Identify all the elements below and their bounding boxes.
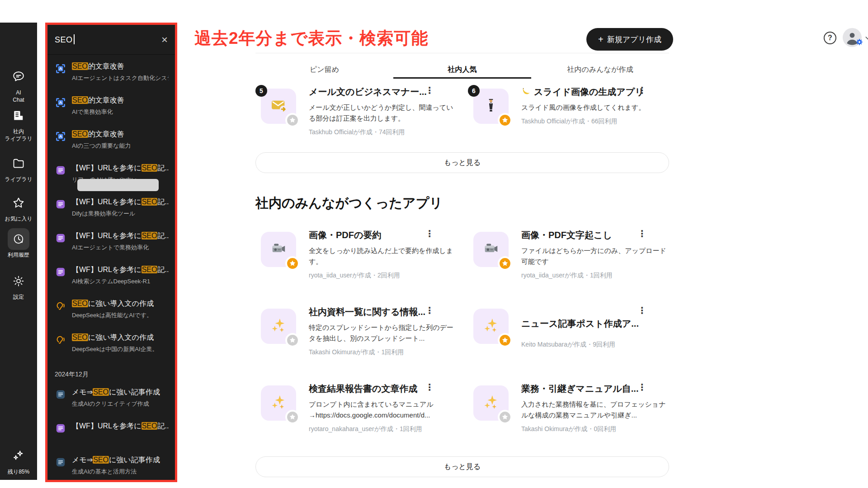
divider: [255, 53, 669, 53]
result-title: 【WF】URLを参考にSEO記...: [72, 265, 169, 275]
tab-社内人気[interactable]: 社内人気: [393, 62, 531, 79]
search-result-item[interactable]: 【WF】URLを参考にSEO記...AI検索システムDeepSeek-R1: [47, 263, 175, 296]
app-card[interactable]: 画像・PDFの要約全文をしっかり読み込んだ上で要約を作成します。ryota_ii…: [255, 228, 457, 282]
favorite-star-badge[interactable]: [498, 410, 512, 424]
app-title-text: メール文のビジネスマナー...: [309, 86, 427, 98]
sidebar-item-library-folder[interactable]: ライブラリ: [0, 153, 37, 183]
app-card[interactable]: 5メール文のビジネスマナー...メール文が正しいかどうか判定し、間違っている部分…: [255, 85, 457, 138]
app-title-text: スライド画像の生成アプリ: [534, 86, 644, 98]
sidebar-item-company-library[interactable]: 社内 ライブラリ: [0, 105, 37, 142]
create-app-button[interactable]: + 新規アプリ作成: [586, 28, 673, 51]
plus-icon: +: [598, 34, 604, 45]
help-icon[interactable]: ?: [824, 32, 836, 44]
search-result-item[interactable]: ASEO的文章改善AIの三つの重要な能力: [47, 127, 175, 161]
translate-icon: A: [55, 63, 66, 75]
app-meta: ryotaro_nakahara_userが作成・1回利用: [309, 425, 454, 433]
kebab-menu-icon[interactable]: ⋮: [425, 383, 434, 392]
banana-icon: [521, 86, 531, 98]
app-meta: Takashi Okimuraが作成・0回利用: [521, 425, 667, 433]
result-subtitle: AIの三つの重要な能力: [72, 142, 131, 150]
result-subtitle: AIエージェントで業務効率化: [72, 244, 169, 252]
result-subtitle: 生成AIの基本と活用方法: [72, 468, 160, 476]
kebab-menu-icon[interactable]: ⋮: [637, 306, 646, 315]
result-subtitle: AI検索システムDeepSeek-R1: [72, 277, 169, 286]
more-popular-button[interactable]: もっと見る: [255, 152, 669, 173]
sidebar-item-label: お気に入り: [5, 216, 33, 223]
app-card[interactable]: 画像・PDF文字起こしファイルはどちらか一方にのみ、アップロード可能ですryot…: [468, 228, 669, 282]
favorite-star-badge[interactable]: [285, 333, 300, 347]
mail-send-icon: [269, 96, 288, 116]
result-subtitle: Difyは業務効率化ツール: [72, 210, 169, 218]
app-meta: Taskhub Officialが作成・74回利用: [309, 128, 454, 136]
result-subtitle: AIで業務効率化: [72, 108, 124, 116]
app-card[interactable]: 6スライド画像の生成アプリスライド風の画像を作成してくれます。Taskhub O…: [468, 85, 669, 138]
sidebar-item-favorites-star[interactable]: お気に入り: [0, 192, 37, 223]
doc-purple-icon: [55, 198, 66, 210]
search-result-item[interactable]: メモ⇒SEOに強い記事作成生成AIのクリエイティブ作成: [47, 385, 175, 419]
sidebar-item-label: ライブラリ: [5, 176, 32, 183]
search-result-item[interactable]: 【WF】URLを参考にSEO記...リフ、のAIは使いやすい: [47, 161, 175, 195]
search-result-item[interactable]: ASEO的文章改善AIで業務効率化: [47, 93, 175, 127]
search-result-item[interactable]: 【WF】URLを参考にSEO記...AIエージェントで業務効率化: [47, 229, 175, 263]
more-everyone-button[interactable]: もっと見る: [255, 456, 669, 477]
result-subtitle: AIエージェントはタスク自動化システ…: [72, 74, 169, 82]
favorite-star-badge[interactable]: [285, 256, 300, 271]
sidebar-item-ai-chat[interactable]: AI Chat: [0, 66, 37, 103]
search-result-item[interactable]: ASEO的文章改善AIエージェントはタスク自動化システ…: [47, 59, 175, 93]
search-result-item[interactable]: メモ⇒SEOに強い記事作成生成AIの基本と活用方法: [47, 453, 175, 482]
search-result-item[interactable]: 【WF】URLを参考にSEO記...: [47, 419, 175, 453]
app-card[interactable]: 検査結果報告書の文章作成プロンプト内に含まれているマニュアル →https://…: [255, 382, 457, 435]
usage-remaining[interactable]: 残り85%: [0, 445, 37, 476]
close-icon[interactable]: ×: [161, 34, 168, 45]
sidebar-item-settings-gear[interactable]: 設定: [0, 270, 37, 301]
result-title: 【WF】URLを参考にSEO記...: [72, 422, 169, 431]
app-title-text: ニュース記事ポスト作成ア...: [521, 318, 639, 330]
company-library-icon: [8, 105, 29, 127]
kebab-menu-icon[interactable]: ⋮: [425, 229, 434, 238]
sidebar-item-label: AI Chat: [13, 89, 24, 103]
translate-icon: A: [55, 131, 66, 142]
search-input[interactable]: SEO: [55, 34, 75, 45]
doc-navy-icon: [55, 389, 66, 400]
app-card[interactable]: ニュース記事ポスト作成ア...Keito Matsubaraが作成・9回利用⋮: [468, 305, 669, 358]
doc-navy-icon: [55, 456, 66, 468]
app-title-text: 社内資料一覧に関する情報...: [309, 306, 425, 318]
chevron-down-icon[interactable]: [864, 34, 868, 43]
favorite-star-badge[interactable]: [498, 113, 512, 127]
section-title: 社内のみんながつくったアプリ: [255, 194, 443, 212]
avatar[interactable]: [843, 28, 862, 47]
gear-badge-icon: [856, 38, 863, 47]
business-person-icon: [483, 97, 499, 115]
search-result-item[interactable]: SEOに強い導入文の作成DeepSeekは中国の新興AI企業。: [47, 330, 175, 364]
sidebar-item-history-clock[interactable]: 利用履歴: [0, 228, 37, 259]
kebab-menu-icon[interactable]: ⋮: [425, 86, 434, 95]
kebab-menu-icon[interactable]: ⋮: [637, 86, 646, 95]
search-result-item[interactable]: SEOに強い導入文の作成DeepSeekは高性能なAIです。: [47, 296, 175, 330]
app-card[interactable]: 社内資料一覧に関する情報...特定のスプレッドシートから指定した列のデータを抽出…: [255, 305, 457, 358]
svg-text:A: A: [59, 134, 62, 139]
app-meta: Takashi Okimuraが作成・1回利用: [309, 348, 454, 357]
favorite-star-badge[interactable]: [285, 410, 300, 424]
search-result-list: ASEO的文章改善AIエージェントはタスク自動化システ…ASEO的文章改善AIで…: [47, 55, 175, 482]
kebab-menu-icon[interactable]: ⋮: [425, 306, 434, 315]
tab-ピン留め[interactable]: ピン留め: [255, 62, 393, 79]
tab-bar: ピン留め社内人気社内のみんなが作成: [255, 62, 669, 79]
app-window: AI Chat社内 ライブラリライブラリお気に入り利用履歴設定残り85% SEO…: [0, 0, 868, 488]
settings-gear-icon: [8, 270, 29, 292]
sparkles-gold-icon: [482, 317, 500, 336]
favorite-star-badge[interactable]: [498, 333, 512, 347]
search-history-panel: SEO × ASEO的文章改善AIエージェントはタスク自動化システ…ASEO的文…: [45, 23, 177, 482]
kebab-menu-icon[interactable]: ⋮: [637, 383, 646, 392]
result-title: メモ⇒SEOに強い記事作成: [72, 388, 160, 397]
result-title: 【WF】URLを参考にSEO記...: [72, 231, 169, 241]
favorite-star-badge[interactable]: [285, 113, 300, 127]
search-result-item[interactable]: 【WF】URLを参考にSEO記...Difyは業務効率化ツール: [47, 195, 175, 229]
app-card[interactable]: 業務・引継ぎマニュアル自...入力された業務情報を基に、プロフェッショナルな構成…: [468, 382, 669, 435]
result-subtitle: DeepSeekは中国の新興AI企業。: [72, 345, 158, 353]
text-caret: [74, 34, 75, 44]
result-title: 【WF】URLを参考にSEO記...: [72, 164, 169, 173]
kebab-menu-icon[interactable]: ⋮: [637, 229, 646, 238]
app-title: ニュース記事ポスト作成ア...: [521, 318, 667, 330]
favorite-star-badge[interactable]: [498, 256, 512, 271]
tab-社内のみんなが作成[interactable]: 社内のみんなが作成: [531, 62, 669, 79]
